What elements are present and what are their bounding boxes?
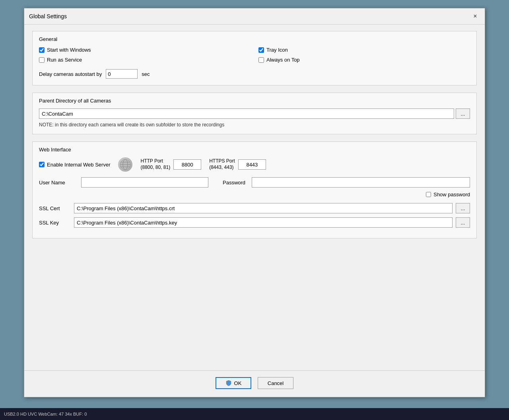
dir-row: ... xyxy=(39,108,470,119)
show-password-checkbox[interactable] xyxy=(426,192,431,197)
delay-label: Delay cameras autostart by xyxy=(39,71,102,77)
cancel-button[interactable]: Cancel xyxy=(258,377,293,389)
dialog-content: General Start with Windows Tray Icon Run… xyxy=(24,25,485,370)
run-as-service-label: Run as Service xyxy=(47,57,82,63)
web-section-title: Web Interface xyxy=(39,147,470,153)
dir-browse-button[interactable]: ... xyxy=(456,108,470,119)
tray-icon-checkbox[interactable] xyxy=(258,47,264,53)
shield-icon xyxy=(225,380,232,386)
always-on-top-label: Always on Top xyxy=(266,57,300,63)
delay-row: Delay cameras autostart by sec xyxy=(39,69,251,79)
username-label: User Name xyxy=(39,180,75,186)
start-with-windows-row: Start with Windows xyxy=(39,47,251,53)
ssl-cert-row: SSL Cert ... xyxy=(39,203,470,213)
show-password-label: Show password xyxy=(433,192,470,197)
web-top-row: Enable Internal Web Server HTTP Port(880… xyxy=(39,157,470,172)
always-on-top-row: Always on Top xyxy=(258,57,470,63)
dialog-footer: OK Cancel xyxy=(24,370,485,397)
ok-label: OK xyxy=(234,380,242,386)
password-label: Password xyxy=(223,180,245,186)
general-grid: Start with Windows Tray Icon Run as Serv… xyxy=(39,47,470,79)
ssl-key-input[interactable] xyxy=(74,217,453,228)
taskbar: USB2.0 HD UVC WebCam: 47 34x BUF: 0 xyxy=(0,408,509,420)
ssl-key-browse-button[interactable]: ... xyxy=(456,217,470,228)
password-input[interactable] xyxy=(252,177,470,188)
enable-webserver-label: Enable Internal Web Server xyxy=(47,162,110,168)
always-on-top-checkbox[interactable] xyxy=(258,57,264,63)
run-as-service-checkbox[interactable] xyxy=(39,57,45,63)
dialog-title: Global Settings xyxy=(29,13,67,19)
global-settings-dialog: Global Settings × General Start with Win… xyxy=(24,8,485,397)
ssl-key-row: SSL Key ... xyxy=(39,217,470,228)
close-button[interactable]: × xyxy=(470,12,480,21)
run-as-service-row: Run as Service xyxy=(39,57,251,63)
start-with-windows-checkbox[interactable] xyxy=(39,47,45,53)
ok-button[interactable]: OK xyxy=(216,377,251,389)
ssl-key-label: SSL Key xyxy=(39,220,71,226)
ssl-cert-input[interactable] xyxy=(74,203,453,213)
tray-icon-row: Tray Icon xyxy=(258,47,470,53)
http-port-label: HTTP Port(8800, 80, 81) xyxy=(140,158,170,170)
delay-input[interactable] xyxy=(106,69,138,79)
ssl-cert-label: SSL Cert xyxy=(39,205,71,211)
https-port-group: HTTPS Port(8443, 443) xyxy=(209,158,266,170)
title-bar: Global Settings × xyxy=(24,8,485,25)
web-globe-icon xyxy=(118,157,132,172)
dir-input[interactable] xyxy=(39,108,454,119)
parent-dir-title: Parent Directory of all Cameras xyxy=(39,98,470,104)
https-port-label: HTTPS Port(8443, 443) xyxy=(209,158,235,170)
start-with-windows-label: Start with Windows xyxy=(47,47,91,53)
username-input[interactable] xyxy=(81,177,208,188)
https-port-input[interactable] xyxy=(238,159,266,170)
ssl-cert-browse-button[interactable]: ... xyxy=(456,203,470,213)
taskbar-text: USB2.0 HD UVC WebCam: 47 34x BUF: 0 xyxy=(4,412,87,416)
enable-webserver-row: Enable Internal Web Server xyxy=(39,162,110,168)
http-port-group: HTTP Port(8800, 80, 81) xyxy=(140,158,201,170)
enable-webserver-checkbox[interactable] xyxy=(39,162,45,167)
general-section-title: General xyxy=(39,36,470,42)
dir-note: NOTE: in this directory each camera will… xyxy=(39,122,470,128)
web-interface-section: Web Interface Enable Internal Web Server xyxy=(32,141,477,238)
delay-unit: sec xyxy=(142,71,150,77)
general-section: General Start with Windows Tray Icon Run… xyxy=(32,31,477,85)
parent-dir-section: Parent Directory of all Cameras ... NOTE… xyxy=(32,93,477,134)
http-port-input[interactable] xyxy=(173,159,201,170)
tray-icon-label: Tray Icon xyxy=(266,47,288,53)
